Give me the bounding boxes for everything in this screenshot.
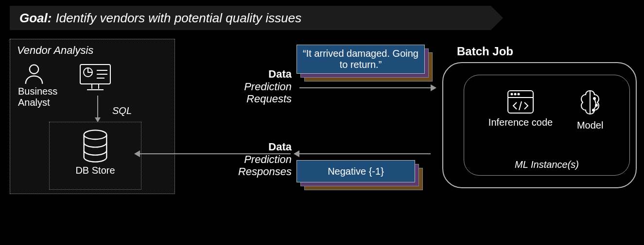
request-card-text: “It arrived damaged. Going to return.”	[302, 48, 419, 70]
data-request-heading: Data	[224, 68, 292, 81]
dashboard-icon	[78, 63, 112, 92]
data-request-label: Data Prediction Requests	[224, 68, 292, 105]
batch-job-outer: Inference code Model ML Instance(s)	[442, 62, 637, 188]
ml-instance-label: ML Instance(s)	[464, 159, 629, 170]
model: Model	[575, 89, 605, 131]
svg-line-15	[519, 101, 522, 110]
goal-text: Identify vendors with potential quality …	[55, 11, 301, 26]
arrow-response	[299, 153, 431, 154]
data-request-sub: Prediction Requests	[224, 81, 292, 105]
svg-point-9	[84, 130, 107, 139]
ml-instance-box: Inference code Model ML Instance(s)	[464, 75, 630, 176]
vendor-analysis-box: Vendor Analysis Business Analyst SQL DB …	[10, 39, 175, 194]
request-card-stack: “It arrived damaged. Going to return.”	[296, 45, 433, 82]
inference-code: Inference code	[488, 89, 553, 131]
goal-prefix: Goal:	[19, 11, 52, 26]
db-store-box: DB Store	[49, 122, 141, 190]
vendor-title: Vendor Analysis	[17, 44, 168, 57]
analyst-label: Business Analyst	[18, 86, 67, 108]
request-card: “It arrived damaged. Going to return.”	[296, 45, 425, 74]
response-card-text: Negative {-1}	[328, 166, 384, 177]
data-response-label: Data Prediction Responses	[224, 141, 292, 178]
svg-point-12	[511, 94, 512, 95]
model-label: Model	[577, 120, 603, 131]
svg-point-14	[518, 94, 519, 95]
arrow-request	[299, 87, 431, 88]
data-response-sub: Prediction Responses	[224, 153, 292, 178]
data-response-heading: Data	[224, 141, 292, 153]
response-card-stack: Negative {-1}	[296, 160, 423, 194]
brain-icon	[575, 89, 605, 118]
sql-label: SQL	[112, 105, 132, 116]
svg-point-0	[30, 65, 38, 74]
arrow-sql-down	[97, 96, 98, 121]
code-window-icon	[506, 89, 535, 115]
response-card: Negative {-1}	[296, 160, 415, 182]
dashboard	[78, 63, 112, 92]
db-label: DB Store	[50, 165, 141, 176]
inference-label: Inference code	[488, 117, 553, 128]
person-icon	[23, 63, 45, 85]
arrow-to-db	[140, 153, 291, 154]
batch-job-title: Batch Job	[457, 45, 513, 58]
goal-banner: Goal: Identify vendors with potential qu…	[10, 6, 491, 30]
svg-point-13	[514, 94, 516, 95]
database-icon	[81, 129, 110, 163]
business-analyst: Business Analyst	[18, 63, 67, 108]
chevron-icon	[491, 6, 503, 30]
